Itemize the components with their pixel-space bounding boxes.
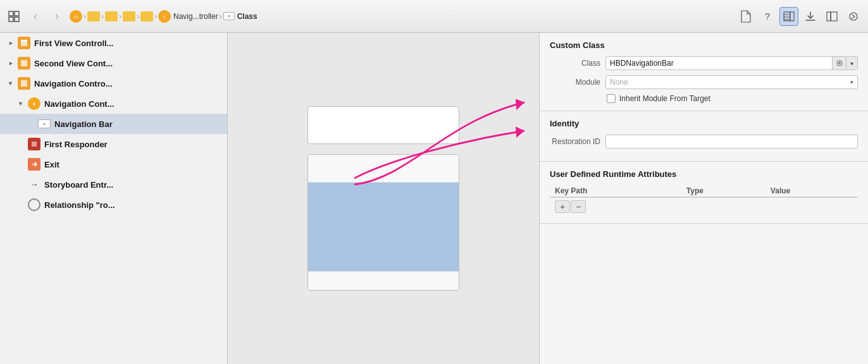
svg-point-11 xyxy=(850,13,857,20)
col-key-path: Key Path xyxy=(550,185,681,197)
inherit-label: Inherit Module From Target xyxy=(619,94,710,103)
navbar-label: Navigation Bar xyxy=(54,119,113,129)
grid-icon[interactable] xyxy=(5,8,23,25)
nav-controller-label: Navigation Contro... xyxy=(34,79,113,88)
nav-item-storyboard[interactable]: → Storyboard Entr... xyxy=(0,174,227,195)
orange-circle-icon: ‹ xyxy=(158,10,171,23)
nav-item-nav-controller[interactable]: ▼ Navigation Contro... xyxy=(0,73,227,94)
module-row: Module None ▾ xyxy=(550,75,858,89)
nav-item-first-responder[interactable]: First Responder xyxy=(0,134,227,154)
identity-title: Identity xyxy=(550,119,858,128)
remove-attribute-btn[interactable]: − xyxy=(571,200,586,213)
breadcrumb-item-folder-3[interactable] xyxy=(123,11,135,21)
navbar-small-icon: ≡ xyxy=(223,12,235,20)
forward-icon[interactable]: › xyxy=(48,8,66,25)
class-label: Class xyxy=(550,59,600,68)
user-defined-title: User Defined Runtime Attributes xyxy=(550,169,858,179)
breadcrumb-sep-6: › xyxy=(220,12,222,21)
main-frame xyxy=(307,154,459,291)
frame-footer xyxy=(308,271,459,290)
inherit-row: Inherit Module From Target xyxy=(550,94,858,103)
toolbar: ‹ › ‹› › › › › › ‹ Navig...troller › ≡ xyxy=(0,0,868,33)
module-placeholder: None xyxy=(610,78,628,87)
responder-label: First Responder xyxy=(44,140,108,149)
runtime-attributes-table: Key Path Type Value xyxy=(550,185,858,197)
class-dropdown-btn[interactable]: ▾ xyxy=(846,57,857,70)
nav-item-second-vc[interactable]: ▼ Second View Cont... xyxy=(0,53,227,73)
folder-icon-1 xyxy=(87,11,100,21)
second-vc-label: Second View Cont... xyxy=(34,59,113,68)
triangle-nav-cont: ▼ xyxy=(18,100,24,107)
breadcrumb-sep-4: › xyxy=(137,12,139,21)
restoration-id-label: Restoration ID xyxy=(550,137,600,146)
exit-label: Exit xyxy=(44,160,59,169)
breadcrumb: ‹› › › › › › ‹ Navig...troller › ≡ Class xyxy=(70,10,733,23)
navbarcrumb-label: Class xyxy=(237,12,257,21)
small-frame xyxy=(307,106,459,144)
responder-icon xyxy=(28,138,40,150)
breadcrumb-item-navig[interactable]: ‹ Navig...troller xyxy=(158,10,218,23)
identity-section: Identity Restoration ID xyxy=(540,111,868,162)
module-dropdown-arrow: ▾ xyxy=(850,79,853,85)
folder-icon-3 xyxy=(123,11,135,21)
svg-rect-1 xyxy=(15,11,19,16)
download-icon[interactable] xyxy=(801,7,820,26)
main-content: ▼ First View Controll... ▼ Second View C… xyxy=(0,33,868,364)
storyboard-icon: → xyxy=(28,178,40,191)
restoration-id-input[interactable] xyxy=(605,135,858,149)
nav-item-relationship[interactable]: Relationship "ro... xyxy=(0,195,227,215)
nav-cont-label: Navigation Cont... xyxy=(44,99,115,109)
help-icon[interactable]: ? xyxy=(758,7,777,26)
frame-navbar xyxy=(308,155,459,183)
nav-item-first-vc[interactable]: ▼ First View Controll... xyxy=(0,33,227,53)
inherit-checkbox[interactable] xyxy=(607,94,616,103)
inspector-icons: ? xyxy=(736,7,863,26)
breadcrumb-item-folder-4[interactable] xyxy=(140,11,153,21)
file-icon[interactable] xyxy=(736,7,755,26)
class-row: Class HBDNavigationBar ▾ xyxy=(550,56,858,70)
breadcrumb-item-navbar[interactable]: ≡ Class xyxy=(223,12,257,21)
nav-controller-list-icon xyxy=(18,77,30,90)
storyboard-canvas[interactable] xyxy=(228,33,539,364)
first-vc-label: First View Controll... xyxy=(34,39,113,48)
nav-cont-icon: ‹ xyxy=(28,97,40,110)
class-circle-btn[interactable] xyxy=(832,57,846,70)
custom-class-title: Custom Class xyxy=(550,40,858,50)
relationship-label: Relationship "ro... xyxy=(44,200,115,210)
col-type: Type xyxy=(681,185,766,197)
breadcrumb-item-folder-2[interactable] xyxy=(105,11,118,21)
restoration-id-row: Restoration ID xyxy=(550,135,858,149)
nav-item-navigation-bar[interactable]: ≡ Navigation Bar xyxy=(0,114,227,134)
breadcrumb-sep-3: › xyxy=(119,12,121,21)
forward-arrow-icon[interactable] xyxy=(844,7,863,26)
navigator-panel: ▼ First View Controll... ▼ Second View C… xyxy=(0,33,228,364)
custom-class-section: Custom Class Class HBDNavigationBar ▾ xyxy=(540,33,868,111)
layout-icon[interactable] xyxy=(822,7,841,26)
add-attribute-btn[interactable]: + xyxy=(555,200,570,213)
svg-rect-3 xyxy=(15,17,19,21)
second-vc-icon xyxy=(18,57,30,70)
module-select[interactable]: None ▾ xyxy=(605,75,858,89)
breadcrumb-item-folder-1[interactable] xyxy=(87,11,100,21)
navbar-icon: ≡ xyxy=(38,119,51,128)
nav-item-nav-cont[interactable]: ▼ ‹ Navigation Cont... xyxy=(0,94,227,114)
triangle-second-vc: ▼ xyxy=(8,60,14,66)
class-value[interactable]: HBDNavigationBar xyxy=(606,59,832,68)
storyboard-label: Storyboard Entr... xyxy=(44,180,113,190)
exit-icon xyxy=(28,158,40,171)
nav-controller-icon: ‹› xyxy=(70,10,82,23)
breadcrumb-sep-1: › xyxy=(84,12,86,21)
class-input-container: HBDNavigationBar ▾ xyxy=(605,56,858,70)
svg-rect-5 xyxy=(790,12,794,21)
back-icon[interactable]: ‹ xyxy=(27,8,44,25)
inspector-panel-icon[interactable] xyxy=(779,7,798,26)
table-toolbar: + − xyxy=(550,197,858,215)
nav-item-exit[interactable]: Exit xyxy=(0,154,227,174)
svg-rect-16 xyxy=(32,142,37,147)
storyboard-scene xyxy=(307,106,459,291)
breadcrumb-item-1[interactable]: ‹› xyxy=(70,10,82,23)
svg-rect-9 xyxy=(827,12,831,21)
col-value: Value xyxy=(766,185,858,197)
svg-rect-14 xyxy=(21,60,27,66)
navig-label: Navig...troller xyxy=(173,12,218,21)
